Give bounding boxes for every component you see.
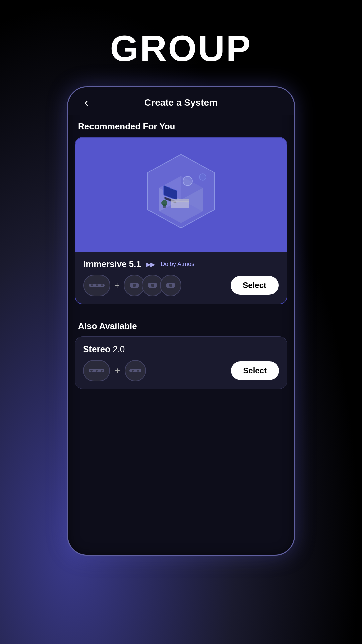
also-available-card: Stereo 2.0 +: [75, 336, 287, 389]
products-left: +: [83, 275, 181, 296]
header-title: Create a System: [144, 97, 218, 108]
bottom-spacer: [68, 396, 294, 406]
recommended-card: Immersive 5.1 ▶▶ Dolby Atmos: [75, 137, 287, 304]
soundbar-icon: [83, 275, 110, 296]
stereo-select-button[interactable]: Select: [231, 361, 279, 380]
dolby-icon: ▶▶: [146, 261, 159, 268]
svg-point-10: [183, 176, 192, 186]
svg-point-15: [91, 284, 93, 286]
immersive-select-button[interactable]: Select: [231, 276, 279, 295]
card-name: Immersive 5.1: [83, 259, 141, 269]
card-image-area: [75, 138, 287, 252]
stereo-soundbar-2: [125, 360, 146, 381]
plus-sign-1: +: [114, 280, 120, 291]
stereo-version: 2.0: [113, 344, 125, 354]
svg-point-11: [199, 174, 206, 180]
svg-point-23: [169, 284, 172, 287]
stereo-name-bold: Stereo: [83, 344, 110, 354]
svg-point-26: [96, 370, 98, 372]
svg-point-21: [151, 284, 154, 287]
speaker-group: [124, 275, 181, 296]
header: ‹ Create a System: [68, 87, 294, 115]
svg-text:▶▶: ▶▶: [146, 262, 155, 267]
back-button[interactable]: ‹: [78, 94, 95, 111]
svg-point-17: [101, 284, 103, 286]
card-info-top: Immersive 5.1 ▶▶ Dolby Atmos: [83, 259, 279, 269]
svg-rect-7: [171, 199, 189, 202]
page-title: GROUP: [110, 27, 252, 69]
recommended-section-label: Recommended For You: [68, 115, 294, 137]
svg-point-16: [96, 284, 98, 286]
room-illustration: [137, 151, 225, 238]
svg-point-25: [90, 370, 93, 372]
stereo-products-left: +: [83, 360, 146, 381]
plus-sign-2: +: [115, 365, 120, 376]
stereo-name: Stereo 2.0: [83, 344, 125, 355]
svg-point-29: [132, 370, 134, 372]
svg-rect-28: [129, 369, 141, 372]
card-info: Immersive 5.1 ▶▶ Dolby Atmos: [75, 252, 287, 304]
phone-content: ‹ Create a System Recommended For You: [68, 87, 294, 555]
dolby-text: Dolby Atmos: [161, 261, 194, 268]
card-products-row: +: [83, 275, 279, 296]
svg-point-19: [133, 284, 136, 287]
speaker-icon-3: [160, 275, 181, 296]
stereo-products-row: + Select: [83, 360, 279, 381]
svg-point-27: [101, 370, 103, 372]
dolby-badge: ▶▶ Dolby Atmos: [146, 261, 194, 268]
stereo-soundbar-1: [83, 360, 110, 381]
svg-point-9: [161, 200, 167, 206]
phone-frame: ‹ Create a System Recommended For You: [67, 86, 295, 556]
also-available-section-label: Also Available: [68, 314, 294, 336]
svg-point-30: [137, 370, 139, 372]
stereo-card-header: Stereo 2.0: [83, 344, 279, 355]
